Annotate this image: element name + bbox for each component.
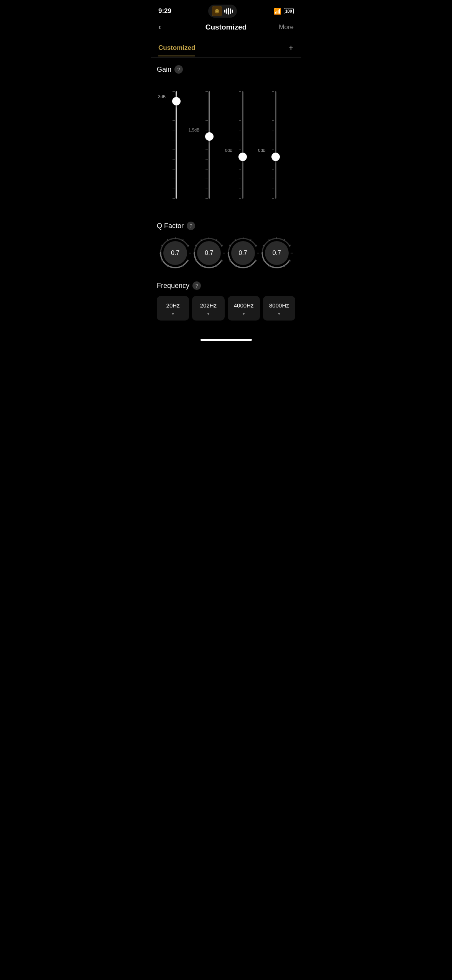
tab-customized[interactable]: Customized bbox=[158, 44, 195, 56]
gain-section-header: Gain ? bbox=[157, 65, 295, 74]
gain-slider-2[interactable]: 1.5dB bbox=[194, 80, 225, 210]
freq-button-3[interactable]: 4000Hz ▼ bbox=[228, 296, 260, 321]
qfactor-title: Q Factor bbox=[157, 222, 184, 230]
freq-2-chevron-icon: ▼ bbox=[206, 312, 210, 316]
gain-sliders: 3dB bbox=[157, 80, 295, 210]
frequency-help-icon[interactable]: ? bbox=[192, 281, 201, 290]
wifi-icon: 📶 bbox=[274, 8, 281, 15]
knob-2-value: 0.7 bbox=[205, 250, 213, 257]
qfactor-knob-3[interactable]: 0.7 bbox=[226, 236, 260, 270]
page-title: Customized bbox=[205, 23, 247, 31]
freq-4-chevron-icon: ▼ bbox=[277, 312, 281, 316]
more-button[interactable]: More bbox=[277, 23, 294, 31]
freq-button-4[interactable]: 8000Hz ▼ bbox=[263, 296, 295, 321]
freq-button-2[interactable]: 202Hz ▼ bbox=[192, 296, 224, 321]
add-tab-button[interactable]: + bbox=[288, 43, 294, 53]
gain-help-icon[interactable]: ? bbox=[174, 65, 183, 74]
home-indicator bbox=[151, 336, 301, 342]
qfactor-help-icon[interactable]: ? bbox=[187, 222, 195, 230]
status-right: 📶 100 bbox=[274, 8, 294, 15]
gain-slider-4[interactable]: 0dB bbox=[260, 80, 291, 210]
freq-button-1[interactable]: 20Hz ▼ bbox=[157, 296, 189, 321]
qfactor-knobs: 0.7 bbox=[157, 236, 295, 270]
sound-waves-icon bbox=[224, 8, 233, 15]
freq-2-value: 202Hz bbox=[200, 302, 217, 309]
battery-icon: 100 bbox=[284, 8, 294, 14]
gain-slider-1[interactable]: 3dB bbox=[161, 80, 192, 210]
status-center bbox=[208, 5, 237, 18]
frequency-title: Frequency bbox=[157, 282, 189, 290]
qfactor-knob-2[interactable]: 0.7 bbox=[192, 236, 226, 270]
nav-bar: ‹ Customized More bbox=[151, 19, 301, 37]
knob-4-value: 0.7 bbox=[273, 250, 281, 257]
tab-bar: Customized + bbox=[151, 37, 301, 58]
slider-1-label: 3dB bbox=[158, 94, 166, 99]
freq-4-value: 8000Hz bbox=[269, 302, 289, 309]
home-bar bbox=[201, 339, 252, 341]
status-bar: 9:29 📶 100 bbox=[151, 0, 301, 19]
slider-4-label: 0dB bbox=[258, 148, 266, 153]
svg-point-2 bbox=[216, 10, 218, 12]
knob-3-value: 0.7 bbox=[239, 250, 247, 257]
knob-1-value: 0.7 bbox=[171, 250, 179, 257]
frequency-buttons: 20Hz ▼ 202Hz ▼ 4000Hz ▼ 8000Hz ▼ bbox=[157, 296, 295, 321]
slider-2-label: 1.5dB bbox=[189, 128, 200, 132]
back-button[interactable]: ‹ bbox=[158, 22, 175, 32]
qfactor-knob-1[interactable]: 0.7 bbox=[158, 236, 192, 270]
gain-slider-3[interactable]: 0dB bbox=[227, 80, 258, 210]
album-art-icon bbox=[212, 6, 222, 16]
content-area: Gain ? 3dB bbox=[151, 58, 301, 336]
qfactor-knob-4[interactable]: 0.7 bbox=[260, 236, 294, 270]
qfactor-section-header: Q Factor ? bbox=[157, 222, 295, 230]
frequency-section-header: Frequency ? bbox=[157, 281, 295, 290]
slider-3-label: 0dB bbox=[225, 148, 233, 153]
freq-1-value: 20Hz bbox=[166, 302, 180, 309]
freq-3-value: 4000Hz bbox=[234, 302, 254, 309]
freq-1-chevron-icon: ▼ bbox=[171, 312, 175, 316]
freq-3-chevron-icon: ▼ bbox=[242, 312, 246, 316]
gain-title: Gain bbox=[157, 66, 171, 74]
status-time: 9:29 bbox=[158, 7, 171, 15]
